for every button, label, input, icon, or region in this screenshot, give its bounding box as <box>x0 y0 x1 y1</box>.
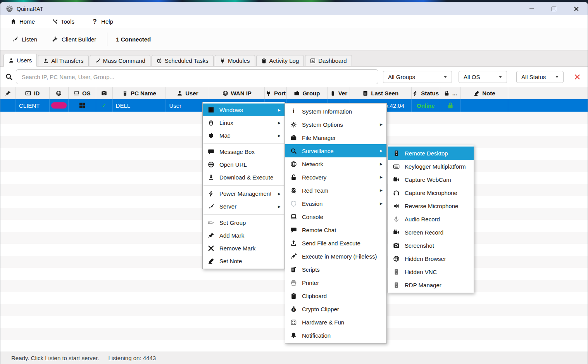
filter-all-os[interactable]: All OS <box>459 71 507 83</box>
tab-mass-command[interactable]: Mass Command <box>90 55 150 66</box>
menu-item-screen-record[interactable]: Screen Record <box>388 226 474 239</box>
menu-item-printer[interactable]: Printer <box>285 276 386 289</box>
menu-item-server[interactable]: Server▶ <box>203 200 285 213</box>
menu-item-evasion[interactable]: Evasion▶ <box>285 197 386 210</box>
tab-label: Scheduled Tasks <box>165 57 209 64</box>
menu-item-set-group[interactable]: Set Group <box>203 216 285 229</box>
tab-scheduled-tasks[interactable]: Scheduled Tasks <box>152 55 214 66</box>
menu-item-remove-mark[interactable]: Remove Mark <box>203 242 285 255</box>
column-header-screen[interactable] <box>96 87 113 99</box>
wrench-icon <box>52 36 58 42</box>
menu-item-recovery[interactable]: Recovery▶ <box>285 171 386 184</box>
column-header-status[interactable]: Status <box>412 87 440 99</box>
pencil-icon <box>208 258 214 264</box>
boltline-icon <box>412 90 418 96</box>
menu-item-remote-desktop[interactable]: Remote Desktop <box>388 147 474 160</box>
column-header-note[interactable]: Note <box>461 87 508 99</box>
menu-item-console[interactable]: Console <box>285 210 386 223</box>
menu-item-network[interactable]: Network▶ <box>285 157 386 171</box>
menu-item-scripts[interactable]: Scripts <box>285 263 386 276</box>
menu-item-label: Windows <box>219 107 271 113</box>
submenu-arrow-icon: ▶ <box>380 175 383 179</box>
menu-item-keylogger-multiplatform[interactable]: Keylogger Multiplatform <box>388 160 474 173</box>
column-header-country[interactable] <box>50 87 69 99</box>
column-header-last-seen[interactable]: Last Seen <box>350 87 412 99</box>
column-header-ver[interactable]: Ver <box>328 87 350 99</box>
close-button[interactable] <box>565 2 588 15</box>
menu-item-linux[interactable]: Linux▶ <box>203 116 285 129</box>
menu-item-send-file-and-execute[interactable]: Send File and Execute <box>285 236 386 250</box>
column-header-label: ... <box>452 90 457 97</box>
menu-item-set-note[interactable]: Set Note <box>203 255 285 267</box>
country-flag <box>51 102 67 109</box>
filter-all-groups[interactable]: All Groups <box>383 71 452 83</box>
globe-icon <box>208 161 214 168</box>
menu-separator <box>203 214 284 215</box>
headphones-icon <box>393 190 400 196</box>
column-header-wan-ip[interactable]: WAN IP <box>209 87 265 99</box>
menu-item-remote-chat[interactable]: Remote Chat <box>285 223 386 236</box>
tab-modules[interactable]: Modules <box>215 55 255 66</box>
tab-activity-log[interactable]: Activity Log <box>256 55 304 66</box>
menu-item-execute-in-memory-fileless[interactable]: Execute in Memory (Fileless) <box>285 250 386 263</box>
menu-item-capture-microphone[interactable]: Capture Microphone <box>388 186 474 199</box>
menu-item-hidden-browser[interactable]: Hidden Browser <box>388 252 474 265</box>
titlebar[interactable]: QuimaRAT <box>0 2 588 15</box>
menu-item-capture-webcam[interactable]: Capture WebCam <box>388 173 474 186</box>
maximize-button[interactable] <box>543 2 565 15</box>
menu-item-notification[interactable]: Notification <box>285 329 386 342</box>
column-header-id[interactable]: ID <box>16 87 50 99</box>
menu-item-clipboard[interactable]: Clipboard <box>285 289 386 302</box>
tab-users[interactable]: Users <box>3 54 37 67</box>
menu-item-screenshot[interactable]: Screenshot <box>388 239 474 252</box>
globe-icon <box>222 90 228 96</box>
menu-item-file-manager[interactable]: File Manager <box>285 131 386 144</box>
tab-dashboard[interactable]: Dashboard <box>305 55 352 66</box>
laptop-icon <box>74 90 79 96</box>
filter-all-status[interactable]: All Status <box>516 71 564 83</box>
column-header-port[interactable]: Port <box>265 87 287 99</box>
column-header-pc-name[interactable]: PC Name <box>113 87 166 99</box>
menu-item-system-options[interactable]: System Options▶ <box>285 118 386 131</box>
menu-item-hardware-fun[interactable]: Hardware & Fun <box>285 316 386 329</box>
menu-item-rdp-manager[interactable]: RDP Manager <box>388 278 474 292</box>
listen-button[interactable]: Listen <box>12 36 37 43</box>
menu-item-message-box[interactable]: Message Box <box>203 145 285 158</box>
menu-separator <box>203 185 284 186</box>
client-builder-button[interactable]: Client Builder <box>52 36 96 43</box>
minimize-button[interactable] <box>520 2 543 15</box>
menubar-item-home[interactable]: Home <box>10 18 35 25</box>
menu-item-label: Hidden Browser <box>405 255 470 262</box>
tab-all-transfers[interactable]: All Transfers <box>38 55 88 66</box>
menu-item-surveillance[interactable]: Surveillance▶ <box>285 144 386 157</box>
menu-item-system-information[interactable]: iSystem Information <box>285 105 386 118</box>
menu-item-audio-record[interactable]: Audio Record <box>388 212 474 226</box>
column-header-label: ID <box>34 90 40 97</box>
menu-item-windows[interactable]: Windows▶ <box>203 104 285 116</box>
search-input[interactable] <box>16 69 378 84</box>
menu-item-red-team[interactable]: Red Team▶ <box>285 184 386 197</box>
status-bar: Ready. Click Listen to start server. Lis… <box>0 352 588 364</box>
pin-icon <box>208 232 214 239</box>
column-header-user[interactable]: User <box>166 87 209 99</box>
menubar-item-tools[interactable]: Tools <box>52 18 74 25</box>
menu-item-reverse-microphone[interactable]: Reverse Microphone <box>388 199 474 212</box>
column-header-os[interactable]: OS <box>69 87 96 99</box>
menu-item-open-url[interactable]: Open URL <box>203 158 285 171</box>
menu-item-add-mark[interactable]: Add Mark <box>203 229 285 242</box>
globe-icon <box>290 161 297 167</box>
menu-item-power-management[interactable]: Power Management▶ <box>203 187 285 200</box>
column-header-pin[interactable] <box>0 87 16 99</box>
menu-item-mac[interactable]: Mac▶ <box>203 129 285 142</box>
status-message: Ready. Click Listen to start server. <box>11 355 99 361</box>
cell-country <box>50 99 69 112</box>
menu-item-crypto-clipper[interactable]: Crypto Clipper <box>285 302 386 316</box>
clear-filters-button[interactable] <box>571 71 583 83</box>
menu-item-download-execute[interactable]: Download & Execute <box>203 171 285 184</box>
column-header-more[interactable]: ... <box>440 87 461 99</box>
menubar-item-help[interactable]: ?Help <box>91 18 113 25</box>
column-header-group[interactable]: Group <box>287 87 328 99</box>
menu-item-label: RDP Manager <box>405 282 470 288</box>
menu-item-hidden-vnc[interactable]: Hidden VNC <box>388 265 474 278</box>
column-header-label: User <box>185 90 198 97</box>
